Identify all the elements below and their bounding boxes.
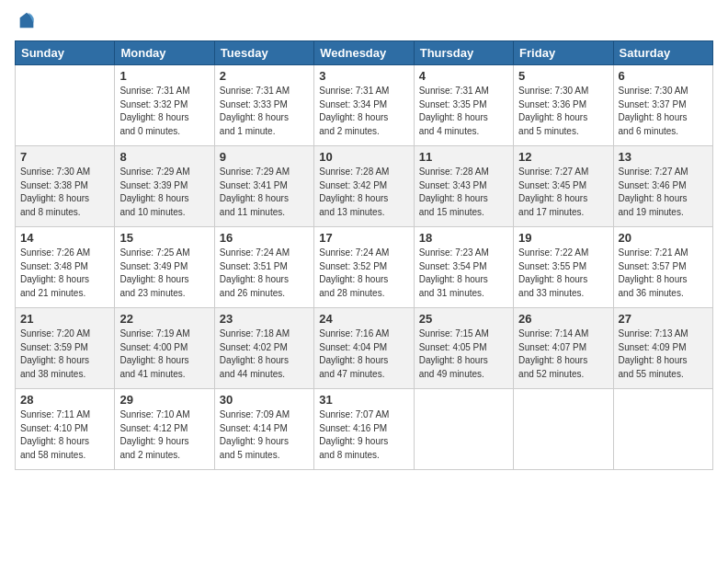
- day-info: Sunrise: 7:31 AMSunset: 3:32 PMDaylight:…: [119, 85, 209, 138]
- day-number: 21: [20, 312, 109, 326]
- day-number: 8: [119, 150, 209, 164]
- calendar-day-cell: 9 Sunrise: 7:29 AMSunset: 3:41 PMDayligh…: [214, 146, 313, 227]
- calendar-day-cell: 13 Sunrise: 7:27 AMSunset: 3:46 PMDaylig…: [613, 146, 712, 227]
- day-info: Sunrise: 7:30 AMSunset: 3:38 PMDaylight:…: [20, 166, 109, 219]
- empty-cell: [414, 389, 513, 470]
- empty-cell: [16, 65, 115, 146]
- calendar-day-cell: 17 Sunrise: 7:24 AMSunset: 3:52 PMDaylig…: [314, 227, 414, 308]
- calendar-day-cell: 19 Sunrise: 7:22 AMSunset: 3:55 PMDaylig…: [514, 227, 613, 308]
- day-info: Sunrise: 7:13 AMSunset: 4:09 PMDaylight:…: [619, 327, 708, 381]
- calendar-day-cell: 25 Sunrise: 7:15 AMSunset: 4:05 PMDaylig…: [414, 308, 513, 389]
- day-number: 2: [220, 69, 309, 83]
- day-number: 25: [419, 312, 508, 326]
- day-info: Sunrise: 7:29 AMSunset: 3:39 PMDaylight:…: [119, 166, 209, 219]
- weekday-header: Sunday: [16, 41, 115, 65]
- day-info: Sunrise: 7:07 AMSunset: 4:16 PMDaylight:…: [319, 408, 408, 462]
- calendar-day-cell: 11 Sunrise: 7:28 AMSunset: 3:43 PMDaylig…: [414, 146, 513, 227]
- calendar-day-cell: 31 Sunrise: 7:07 AMSunset: 4:16 PMDaylig…: [314, 389, 414, 470]
- day-info: Sunrise: 7:23 AMSunset: 3:54 PMDaylight:…: [419, 247, 508, 300]
- calendar-day-cell: 23 Sunrise: 7:18 AMSunset: 4:02 PMDaylig…: [214, 308, 313, 389]
- day-number: 11: [419, 150, 508, 164]
- calendar-day-cell: 20 Sunrise: 7:21 AMSunset: 3:57 PMDaylig…: [613, 227, 712, 308]
- day-info: Sunrise: 7:27 AMSunset: 3:46 PMDaylight:…: [619, 166, 708, 219]
- day-number: 23: [220, 312, 309, 326]
- empty-cell: [613, 389, 712, 470]
- day-info: Sunrise: 7:30 AMSunset: 3:37 PMDaylight:…: [619, 85, 708, 138]
- day-number: 12: [518, 150, 608, 164]
- day-number: 20: [619, 231, 708, 245]
- empty-cell: [514, 389, 613, 470]
- day-number: 1: [119, 69, 209, 83]
- day-info: Sunrise: 7:27 AMSunset: 3:45 PMDaylight:…: [518, 166, 608, 219]
- day-number: 24: [319, 312, 408, 326]
- calendar-day-cell: 6 Sunrise: 7:30 AMSunset: 3:37 PMDayligh…: [613, 65, 712, 146]
- day-info: Sunrise: 7:21 AMSunset: 3:57 PMDaylight:…: [619, 247, 708, 300]
- day-number: 30: [220, 393, 309, 407]
- day-info: Sunrise: 7:24 AMSunset: 3:51 PMDaylight:…: [220, 247, 309, 300]
- page-header: [15, 15, 713, 31]
- logo-icon: [17, 11, 37, 31]
- day-info: Sunrise: 7:10 AMSunset: 4:12 PMDaylight:…: [119, 408, 209, 462]
- calendar-day-cell: 27 Sunrise: 7:13 AMSunset: 4:09 PMDaylig…: [613, 308, 712, 389]
- calendar-day-cell: 24 Sunrise: 7:16 AMSunset: 4:04 PMDaylig…: [314, 308, 414, 389]
- calendar-day-cell: 10 Sunrise: 7:28 AMSunset: 3:42 PMDaylig…: [314, 146, 414, 227]
- day-info: Sunrise: 7:28 AMSunset: 3:43 PMDaylight:…: [419, 166, 508, 219]
- day-info: Sunrise: 7:18 AMSunset: 4:02 PMDaylight:…: [220, 327, 309, 381]
- weekday-header: Wednesday: [314, 41, 414, 65]
- day-number: 5: [518, 69, 608, 83]
- day-info: Sunrise: 7:31 AMSunset: 3:35 PMDaylight:…: [419, 85, 508, 138]
- day-number: 13: [619, 150, 708, 164]
- day-info: Sunrise: 7:28 AMSunset: 3:42 PMDaylight:…: [319, 166, 408, 219]
- day-number: 7: [20, 150, 109, 164]
- logo: [15, 15, 37, 31]
- day-number: 16: [220, 231, 309, 245]
- calendar-day-cell: 12 Sunrise: 7:27 AMSunset: 3:45 PMDaylig…: [514, 146, 613, 227]
- day-info: Sunrise: 7:09 AMSunset: 4:14 PMDaylight:…: [220, 408, 309, 462]
- day-number: 9: [220, 150, 309, 164]
- day-info: Sunrise: 7:14 AMSunset: 4:07 PMDaylight:…: [518, 327, 608, 381]
- calendar-day-cell: 18 Sunrise: 7:23 AMSunset: 3:54 PMDaylig…: [414, 227, 513, 308]
- calendar-day-cell: 8 Sunrise: 7:29 AMSunset: 3:39 PMDayligh…: [115, 146, 214, 227]
- day-number: 19: [518, 231, 608, 245]
- day-number: 17: [319, 231, 408, 245]
- day-number: 29: [119, 393, 209, 407]
- day-info: Sunrise: 7:29 AMSunset: 3:41 PMDaylight:…: [220, 166, 309, 219]
- calendar-day-cell: 30 Sunrise: 7:09 AMSunset: 4:14 PMDaylig…: [214, 389, 313, 470]
- day-info: Sunrise: 7:25 AMSunset: 3:49 PMDaylight:…: [119, 247, 209, 300]
- day-info: Sunrise: 7:15 AMSunset: 4:05 PMDaylight:…: [419, 327, 508, 381]
- calendar-day-cell: 26 Sunrise: 7:14 AMSunset: 4:07 PMDaylig…: [514, 308, 613, 389]
- calendar-day-cell: 14 Sunrise: 7:26 AMSunset: 3:48 PMDaylig…: [16, 227, 115, 308]
- day-info: Sunrise: 7:26 AMSunset: 3:48 PMDaylight:…: [20, 247, 109, 300]
- day-number: 22: [119, 312, 209, 326]
- day-info: Sunrise: 7:11 AMSunset: 4:10 PMDaylight:…: [20, 408, 109, 462]
- calendar-day-cell: 16 Sunrise: 7:24 AMSunset: 3:51 PMDaylig…: [214, 227, 313, 308]
- day-number: 6: [619, 69, 708, 83]
- calendar-day-cell: 7 Sunrise: 7:30 AMSunset: 3:38 PMDayligh…: [16, 146, 115, 227]
- weekday-header: Friday: [514, 41, 613, 65]
- calendar-day-cell: 2 Sunrise: 7:31 AMSunset: 3:33 PMDayligh…: [214, 65, 313, 146]
- calendar-table: SundayMondayTuesdayWednesdayThursdayFrid…: [15, 40, 713, 470]
- day-number: 31: [319, 393, 408, 407]
- calendar-day-cell: 21 Sunrise: 7:20 AMSunset: 3:59 PMDaylig…: [16, 308, 115, 389]
- calendar-day-cell: 22 Sunrise: 7:19 AMSunset: 4:00 PMDaylig…: [115, 308, 214, 389]
- day-info: Sunrise: 7:16 AMSunset: 4:04 PMDaylight:…: [319, 327, 408, 381]
- calendar-day-cell: 5 Sunrise: 7:30 AMSunset: 3:36 PMDayligh…: [514, 65, 613, 146]
- day-number: 10: [319, 150, 408, 164]
- calendar-day-cell: 3 Sunrise: 7:31 AMSunset: 3:34 PMDayligh…: [314, 65, 414, 146]
- day-number: 26: [518, 312, 608, 326]
- calendar-day-cell: 1 Sunrise: 7:31 AMSunset: 3:32 PMDayligh…: [115, 65, 214, 146]
- day-info: Sunrise: 7:31 AMSunset: 3:33 PMDaylight:…: [220, 85, 309, 138]
- calendar-day-cell: 29 Sunrise: 7:10 AMSunset: 4:12 PMDaylig…: [115, 389, 214, 470]
- day-info: Sunrise: 7:20 AMSunset: 3:59 PMDaylight:…: [20, 327, 109, 381]
- day-info: Sunrise: 7:24 AMSunset: 3:52 PMDaylight:…: [319, 247, 408, 300]
- calendar-day-cell: 28 Sunrise: 7:11 AMSunset: 4:10 PMDaylig…: [16, 389, 115, 470]
- day-info: Sunrise: 7:31 AMSunset: 3:34 PMDaylight:…: [319, 85, 408, 138]
- weekday-header: Monday: [115, 41, 214, 65]
- weekday-header: Tuesday: [214, 41, 313, 65]
- day-number: 14: [20, 231, 109, 245]
- day-number: 28: [20, 393, 109, 407]
- day-number: 27: [619, 312, 708, 326]
- day-number: 4: [419, 69, 508, 83]
- day-info: Sunrise: 7:30 AMSunset: 3:36 PMDaylight:…: [518, 85, 608, 138]
- day-number: 15: [119, 231, 209, 245]
